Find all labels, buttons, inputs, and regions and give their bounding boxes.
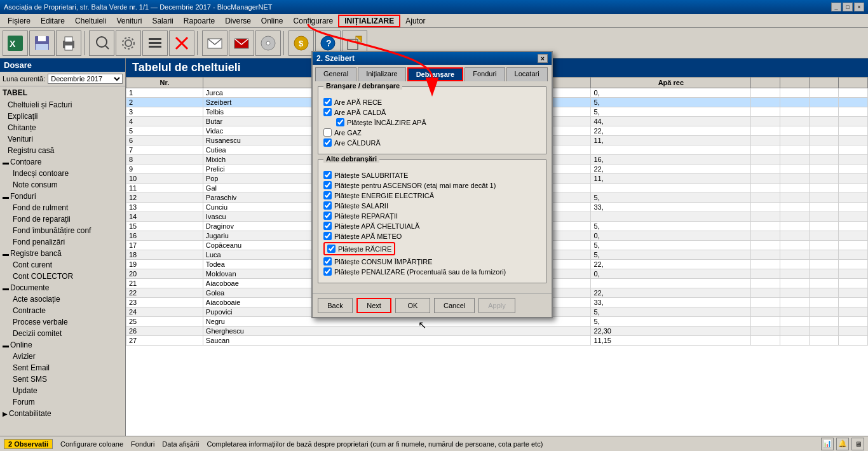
checkbox-apa-calda[interactable]: [323, 108, 332, 116]
sidebar-item-fond-imb[interactable]: Fond îmbunătățire conf: [0, 225, 125, 236]
checkbox-incalzire[interactable]: [336, 118, 344, 126]
sidebar-item-contracte[interactable]: Contracte: [0, 305, 125, 316]
close-button[interactable]: ×: [854, 3, 864, 11]
toolbar-cd[interactable]: [255, 30, 281, 56]
sidebar-item-update[interactable]: Update: [0, 385, 125, 396]
next-button[interactable]: Next: [356, 298, 391, 313]
sidebar-item-sent-sms[interactable]: Sent SMS: [0, 374, 125, 385]
table-row[interactable]: 26 Gherghescu 22,30: [126, 326, 868, 336]
checkbox-penalizare[interactable]: [323, 267, 332, 276]
menu-online[interactable]: Online: [256, 15, 288, 27]
ok-button[interactable]: OK: [395, 298, 430, 313]
checkbox-apa-meteo[interactable]: [323, 232, 332, 240]
cell-nr: 4: [126, 117, 203, 126]
checkbox-consum[interactable]: [323, 257, 332, 266]
sidebar-group-registre[interactable]: ▬ Registre bancă: [0, 248, 125, 259]
cell-extra4: [839, 212, 868, 222]
menu-salarii[interactable]: Salarii: [147, 15, 178, 27]
sidebar-item-fond-pen[interactable]: Fond penalizări: [0, 236, 125, 248]
checkbox-salarii[interactable]: [323, 201, 332, 210]
menu-ajutor[interactable]: Ajutor: [400, 15, 430, 27]
status-alert[interactable]: 2 Observatii: [4, 439, 53, 449]
sidebar-item-acte[interactable]: Acte asociație: [0, 293, 125, 305]
toolbar-email[interactable]: [202, 30, 227, 56]
sidebar-item-chitante[interactable]: Chitanțe: [0, 122, 125, 133]
apply-button[interactable]: Apply: [478, 298, 515, 313]
checkbox-apa-chelt[interactable]: [323, 222, 332, 230]
status-fonduri[interactable]: Fonduri: [131, 440, 154, 448]
table-row[interactable]: 27 Saucan 11,15: [126, 336, 868, 346]
minimize-button[interactable]: _: [831, 3, 841, 11]
cancel-button[interactable]: Cancel: [434, 298, 475, 313]
status-icon-2[interactable]: 🔔: [836, 438, 849, 450]
maximize-button[interactable]: □: [843, 3, 853, 11]
sidebar-item-decizii[interactable]: Decizii comitet: [0, 328, 125, 339]
label-energie: Plătește ENERGIE ELECTRICĂ: [334, 192, 434, 199]
menu-editare[interactable]: Editare: [36, 15, 70, 27]
toolbar-preview[interactable]: [89, 30, 114, 56]
checkbox-reparatii[interactable]: [323, 212, 332, 220]
sidebar-item-note[interactable]: Note consum: [0, 179, 125, 191]
sidebar-item-fond-rulment[interactable]: Fond de rulment: [0, 202, 125, 213]
sidebar-item-venituri[interactable]: Venituri: [0, 133, 125, 145]
status-completare[interactable]: Completarea informațiilor de bază despre…: [207, 440, 543, 448]
status-data[interactable]: Data afișării: [162, 440, 199, 448]
sidebar-item-sent-email[interactable]: Sent Email: [0, 362, 125, 374]
toolbar-excel[interactable]: X: [3, 30, 28, 56]
tab-initializare[interactable]: Inițializare: [358, 67, 406, 81]
toolbar-delete[interactable]: [169, 30, 194, 56]
menu-venituri[interactable]: Venituri: [111, 15, 147, 27]
dialog-close-button[interactable]: ×: [538, 54, 548, 63]
status-icon-3[interactable]: 🖥: [851, 438, 864, 450]
cell-extra2: [780, 184, 810, 193]
sidebar-group-online[interactable]: ▬ Online: [0, 339, 125, 351]
sidebar-item-cont-colector[interactable]: Cont COLECTOR: [0, 271, 125, 282]
checkbox-caldura[interactable]: [323, 138, 332, 147]
cell-apa: 33,: [591, 298, 751, 307]
checkbox-ascensor[interactable]: [323, 181, 332, 189]
menu-configurare[interactable]: Configurare: [288, 15, 339, 27]
svg-point-20: [266, 41, 270, 45]
sidebar-item-indecsi[interactable]: Indecși contoare: [0, 168, 125, 179]
sidebar-item-forum[interactable]: Forum: [0, 396, 125, 408]
toolbar-save[interactable]: [29, 30, 55, 56]
menu-fisiere[interactable]: Fișiere: [3, 15, 36, 27]
checkbox-racire[interactable]: [327, 245, 336, 253]
back-button[interactable]: Back: [318, 298, 353, 313]
menu-rapoarte[interactable]: Rapoarte: [179, 15, 220, 27]
toolbar-send[interactable]: [229, 30, 254, 56]
tab-fonduri[interactable]: Fonduri: [465, 67, 505, 81]
cell-apa: [591, 279, 751, 288]
menu-initializare[interactable]: INIȚIALIZARE: [338, 15, 400, 27]
sidebar-item-fond-reparatii[interactable]: Fond de reparații: [0, 213, 125, 225]
sidebar-group-documente[interactable]: ▬ Documente: [0, 282, 125, 293]
checkbox-salubritate[interactable]: [323, 171, 332, 179]
sidebar-group-contabilitate[interactable]: ▶ Contabilitate: [0, 408, 125, 419]
tab-locatari[interactable]: Locatari: [506, 67, 548, 81]
tab-debransare[interactable]: Debranșare: [407, 67, 464, 81]
sidebar-group-contoare[interactable]: ▬ Contoare: [0, 156, 125, 168]
sidebar-item-explicatii[interactable]: Explicații: [0, 111, 125, 122]
toolbar-settings[interactable]: [116, 30, 141, 56]
status-icon-1[interactable]: 📊: [821, 438, 834, 450]
menu-cheltuieli[interactable]: Cheltuieli: [70, 15, 111, 27]
sidebar-group-fonduri[interactable]: ▬ Fonduri: [0, 191, 125, 202]
sidebar-item-registru[interactable]: Registru casă: [0, 145, 125, 156]
cell-nr: 14: [126, 212, 203, 222]
toolbar-list[interactable]: [142, 30, 168, 56]
sidebar-item-cheltuieli[interactable]: Cheltuieli și Facturi: [0, 99, 125, 111]
toolbar-print[interactable]: [56, 30, 81, 56]
checkbox-energie[interactable]: [323, 191, 332, 199]
sidebar-item-cont-curent[interactable]: Cont curent: [0, 259, 125, 271]
menu-diverse[interactable]: Diverse: [220, 15, 256, 27]
checkbox-apa-rece[interactable]: [323, 98, 332, 106]
checkbox-gaz[interactable]: [323, 128, 332, 137]
tab-general[interactable]: General: [315, 67, 356, 81]
sidebar-item-avizier[interactable]: Avizier: [0, 351, 125, 362]
section-alte-label: Alte debranșări: [323, 155, 379, 163]
sidebar-item-procese[interactable]: Procese verbale: [0, 316, 125, 328]
luna-select[interactable]: Decembrie 2017: [48, 74, 123, 84]
toolbar-coin[interactable]: $: [288, 30, 314, 56]
status-configurare[interactable]: Configurare coloane: [60, 440, 123, 448]
cell-extra2: [780, 250, 810, 260]
